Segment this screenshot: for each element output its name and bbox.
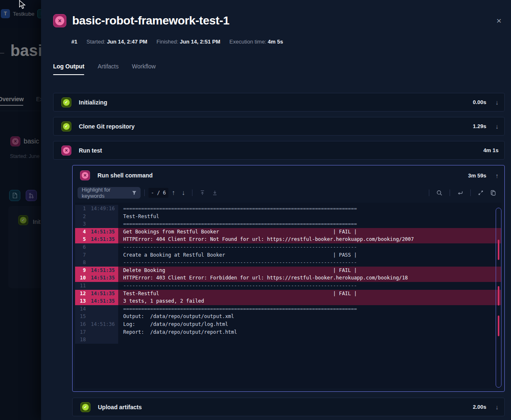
execution-title: basic-robot-framework-test-1 bbox=[72, 14, 229, 27]
status-passed-icon: ✓ bbox=[61, 97, 71, 107]
step-duration: 3m 59s bbox=[468, 172, 486, 179]
toolbar-divider bbox=[144, 189, 145, 196]
chevron-up-icon[interactable]: ↑ bbox=[496, 172, 499, 179]
log-gutter: 114:49:16 bbox=[75, 205, 118, 213]
word-wrap-icon[interactable] bbox=[457, 190, 463, 196]
log-line: 18 bbox=[75, 336, 501, 344]
step-row[interactable]: ✓Clone Git repository1.29s↓ bbox=[53, 117, 505, 136]
log-gutter: 8 bbox=[75, 259, 118, 267]
scroll-to-bottom-icon[interactable] bbox=[212, 190, 218, 196]
scroll-to-top-icon[interactable] bbox=[200, 190, 205, 196]
execution-drawer: × basic-robot-framework-test-1 × #1 Star… bbox=[41, 0, 511, 420]
log-line: 1614:51:36Log: /data/repo/output/log.htm… bbox=[75, 320, 501, 328]
log-gutter: 3 bbox=[75, 220, 118, 228]
step-label: Clone Git repository bbox=[79, 123, 135, 130]
drawer-tabs: Log OutputArtifactsWorkflow bbox=[41, 45, 511, 75]
log-gutter: 2 bbox=[75, 213, 118, 221]
step-duration: 1.29s bbox=[473, 123, 487, 129]
highlight-keywords-input[interactable]: Highlight for keywords bbox=[78, 187, 141, 199]
toolbar-divider bbox=[429, 189, 429, 196]
tab-workflow[interactable]: Workflow bbox=[132, 63, 156, 75]
log-line: 8---------------------------------------… bbox=[75, 259, 501, 267]
log-line: 114:49:16===============================… bbox=[75, 205, 501, 213]
filter-funnel-icon bbox=[132, 190, 136, 195]
log-line: 3=======================================… bbox=[75, 220, 501, 228]
toolbar-divider bbox=[470, 189, 471, 196]
log-gutter: 7 bbox=[75, 251, 118, 259]
log-line: 1014:51:35HTTPError: 403 Client Error: F… bbox=[75, 274, 501, 282]
log-gutter: 1614:51:36 bbox=[75, 320, 118, 328]
log-line: 414:51:35Get Bookings from Restful Booke… bbox=[75, 228, 501, 236]
previous-match-icon[interactable]: ↑ bbox=[172, 189, 175, 197]
log-viewer: 114:49:16===============================… bbox=[75, 203, 501, 388]
log-gutter: 514:51:35 bbox=[75, 235, 118, 243]
minimap-error-marker bbox=[498, 316, 499, 336]
log-line: 11--------------------------------------… bbox=[75, 282, 501, 290]
execution-failed-icon: × bbox=[53, 14, 66, 27]
log-gutter: 6 bbox=[75, 243, 118, 251]
tab-log-output[interactable]: Log Output bbox=[53, 63, 84, 75]
next-match-icon[interactable]: ↓ bbox=[182, 189, 185, 197]
execution-meta: #1 Started: Jun 14, 2:47 PM Finished: Ju… bbox=[41, 27, 511, 45]
chevron-down-icon[interactable]: ↓ bbox=[496, 99, 499, 106]
status-passed-icon: ✓ bbox=[80, 402, 90, 412]
log-line: 15Output: /data/repo/output/output.xml bbox=[75, 313, 501, 320]
search-icon[interactable] bbox=[436, 190, 443, 196]
toolbar-divider bbox=[450, 189, 450, 196]
log-gutter: 15 bbox=[75, 313, 118, 320]
step-duration: 0.00s bbox=[473, 99, 487, 105]
toolbar-divider bbox=[192, 189, 192, 196]
close-icon[interactable]: × bbox=[493, 16, 505, 26]
log-gutter: 1214:51:35 bbox=[75, 290, 118, 298]
log-line: 1314:51:353 tests, 1 passed, 2 failed bbox=[75, 297, 501, 305]
step-duration: 2.00s bbox=[473, 404, 487, 410]
step-row[interactable]: ×Run test4m 1s bbox=[53, 141, 505, 160]
log-line: 914:51:35Delete Booking | FAIL | bbox=[75, 267, 501, 274]
status-passed-icon: ✓ bbox=[61, 121, 71, 131]
status-failed-icon: × bbox=[61, 146, 71, 155]
step-label: Run test bbox=[79, 147, 102, 154]
log-line: 6---------------------------------------… bbox=[75, 243, 501, 251]
step-label: Run shell command bbox=[97, 172, 153, 179]
copy-icon[interactable] bbox=[490, 190, 496, 196]
execution-time: Execution time: 4m 5s bbox=[229, 39, 283, 45]
step-label: Upload artifacts bbox=[98, 404, 142, 410]
minimap-error-marker bbox=[498, 286, 499, 306]
chevron-down-icon[interactable]: ↓ bbox=[496, 403, 499, 410]
log-gutter: 914:51:35 bbox=[75, 267, 118, 274]
log-toolbar: Highlight for keywords - / 6 ↑ ↓ bbox=[73, 185, 504, 200]
step-row[interactable]: ✓Upload artifacts2.00s↓ bbox=[72, 398, 505, 416]
step-duration: 4m 1s bbox=[483, 147, 499, 153]
log-line: 17Report: /data/repo/output/report.html bbox=[75, 328, 501, 336]
tab-artifacts[interactable]: Artifacts bbox=[97, 63, 119, 75]
log-line: 1214:51:35Test-Restful | FAIL | bbox=[75, 290, 501, 298]
log-gutter: 1014:51:35 bbox=[75, 274, 118, 282]
log-line: 7Create a Booking at Restful Booker | PA… bbox=[75, 251, 501, 259]
chevron-down-icon[interactable]: ↓ bbox=[496, 123, 499, 130]
match-counter: - / 6 bbox=[148, 188, 168, 198]
step-label: Initializing bbox=[79, 99, 107, 106]
log-line: 2Test-Restful bbox=[75, 213, 501, 221]
minimap-error-marker bbox=[498, 240, 499, 260]
step-row[interactable]: ✓Initializing0.00s↓ bbox=[53, 93, 505, 112]
log-gutter: 414:51:35 bbox=[75, 228, 118, 236]
started-at: Started: Jun 14, 2:47 PM bbox=[86, 39, 147, 45]
drawer-body: ✓Initializing0.00s↓✓Clone Git repository… bbox=[41, 75, 511, 416]
status-failed-icon: × bbox=[80, 170, 90, 180]
fullscreen-expand-icon[interactable] bbox=[478, 190, 484, 196]
log-gutter: 1314:51:35 bbox=[75, 297, 118, 305]
finished-at: Finished: Jun 14, 2:51 PM bbox=[156, 39, 220, 45]
drawer-header: × basic-robot-framework-test-1 × bbox=[41, 0, 511, 27]
log-gutter: 11 bbox=[75, 282, 118, 290]
log-line: 514:51:35HTTPError: 404 Client Error: No… bbox=[75, 235, 501, 243]
execution-number: #1 bbox=[71, 39, 77, 45]
log-gutter: 18 bbox=[75, 336, 118, 344]
log-gutter: 14 bbox=[75, 305, 118, 313]
expanded-step-panel: × Run shell command 3m 59s ↑ Highlight f… bbox=[72, 165, 505, 392]
expanded-step-header[interactable]: × Run shell command 3m 59s ↑ bbox=[73, 165, 504, 185]
log-minimap-scrollbar[interactable] bbox=[496, 208, 501, 388]
mouse-cursor bbox=[18, 0, 27, 10]
log-line: 14======================================… bbox=[75, 305, 501, 313]
log-gutter: 17 bbox=[75, 328, 118, 336]
